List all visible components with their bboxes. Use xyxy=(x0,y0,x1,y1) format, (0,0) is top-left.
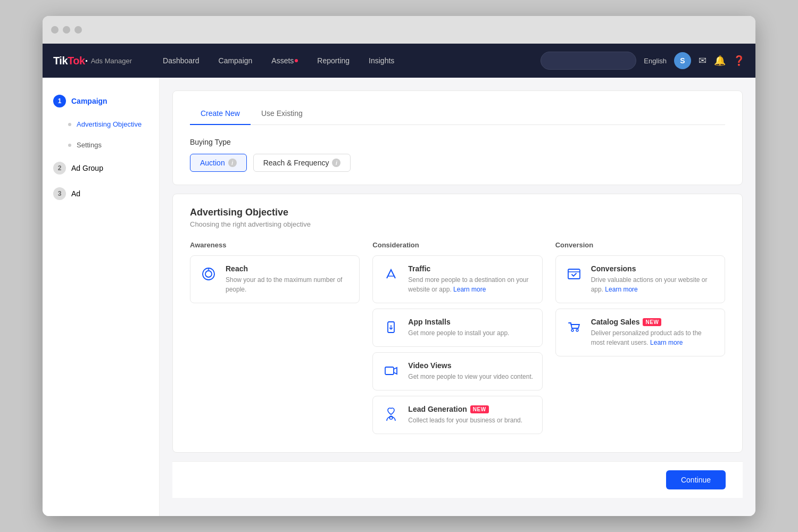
conversions-label: Conversions xyxy=(591,264,636,273)
logo-ads-manager: Ads Manager xyxy=(91,57,132,65)
rf-info-icon[interactable]: i xyxy=(332,159,340,167)
adv-obj-title: Advertising Objective xyxy=(190,207,725,218)
nav-right: English S ✉ 🔔 ❓ xyxy=(541,52,745,70)
svg-rect-5 xyxy=(568,269,580,279)
reach-icon xyxy=(199,264,218,284)
app-installs-icon xyxy=(381,318,401,337)
card-traffic[interactable]: Traffic Send more people to a destinatio… xyxy=(372,255,542,303)
app-installs-desc: Get more people to install your app. xyxy=(408,328,533,338)
sidebar-item-settings[interactable]: Settings xyxy=(43,135,159,155)
lead-gen-icon xyxy=(381,405,401,424)
catalog-sales-content: Catalog Sales NEW Deliver personalized p… xyxy=(591,318,716,347)
sidebar-adv-obj-label: Advertising Objective xyxy=(77,120,142,128)
tab-use-existing[interactable]: Use Existing xyxy=(251,104,313,125)
svg-point-1 xyxy=(205,271,212,277)
conversions-icon xyxy=(564,264,584,284)
traffic-learn-more[interactable]: Learn more xyxy=(453,286,486,293)
mail-icon[interactable]: ✉ xyxy=(699,55,706,66)
buying-btn-auction-label: Auction xyxy=(200,159,225,167)
nav-campaign[interactable]: Campaign xyxy=(209,44,262,78)
app-installs-title: App Installs xyxy=(408,318,533,326)
sidebar-dot-adv xyxy=(68,123,71,126)
content-area: Create New Use Existing Buying Type Auct… xyxy=(160,78,755,516)
nav-insights[interactable]: Insights xyxy=(359,44,404,78)
conversion-column: Conversion xyxy=(555,241,725,439)
traffic-card-title: Traffic xyxy=(408,264,533,273)
consideration-header: Consideration xyxy=(372,241,542,249)
card-video-views[interactable]: Video Views Get more people to view your… xyxy=(372,352,542,390)
catalog-sales-label: Catalog Sales xyxy=(591,318,640,326)
sidebar-item-advertising-objective[interactable]: Advertising Objective xyxy=(43,114,159,135)
reach-card-content: Reach Show your ad to the maximum number… xyxy=(226,264,351,294)
conversions-desc: Drive valuable actions on your website o… xyxy=(591,275,716,294)
traffic-icon xyxy=(381,264,401,284)
conversions-learn-more[interactable]: Learn more xyxy=(605,286,637,293)
lead-gen-title: Lead Generation NEW xyxy=(408,405,533,413)
nav-dashboard[interactable]: Dashboard xyxy=(153,44,209,78)
card-catalog-sales[interactable]: Catalog Sales NEW Deliver personalized p… xyxy=(555,309,725,356)
video-views-label: Video Views xyxy=(408,361,451,370)
nav-links: Dashboard Campaign Assets Reporting Insi… xyxy=(153,44,541,78)
assets-dot-indicator xyxy=(295,59,298,62)
catalog-sales-icon xyxy=(564,318,584,337)
lead-gen-desc: Collect leads for your business or brand… xyxy=(408,415,533,425)
card-app-installs[interactable]: App Installs Get more people to install … xyxy=(372,309,542,347)
catalog-sales-learn-more[interactable]: Learn more xyxy=(650,339,683,346)
browser-dot-red xyxy=(51,26,59,34)
reach-label: Reach xyxy=(226,264,248,273)
card-reach[interactable]: Reach Show your ad to the maximum number… xyxy=(190,255,360,303)
buying-btn-auction[interactable]: Auction i xyxy=(190,154,247,172)
auction-info-icon[interactable]: i xyxy=(228,159,237,167)
video-views-icon xyxy=(381,361,401,380)
sidebar-item-ad-group[interactable]: 2 Ad Group xyxy=(43,155,159,181)
sidebar-dot-settings xyxy=(68,144,71,147)
card-conversions[interactable]: Conversions Drive valuable actions on yo… xyxy=(555,255,725,303)
step-circle-2: 2 xyxy=(53,162,66,174)
lead-gen-content: Lead Generation NEW Collect leads for yo… xyxy=(408,405,533,425)
reach-card-title: Reach xyxy=(226,264,351,273)
awareness-column: Awareness xyxy=(190,241,360,439)
top-nav: TikTok· Ads Manager Dashboard Campaign A… xyxy=(43,44,755,78)
help-icon[interactable]: ❓ xyxy=(733,55,745,66)
buying-type-buttons: Auction i Reach & Frequency i xyxy=(190,154,725,172)
step-circle-3: 3 xyxy=(53,187,66,200)
buying-btn-rf-label: Reach & Frequency xyxy=(263,159,329,167)
tab-create-new[interactable]: Create New xyxy=(190,104,251,125)
traffic-card-desc: Send more people to a destination on you… xyxy=(408,275,533,294)
awareness-header: Awareness xyxy=(190,241,360,249)
sidebar-ad-label: Ad xyxy=(71,189,80,198)
nav-language[interactable]: English xyxy=(644,57,667,65)
panel-buying-type: Create New Use Existing Buying Type Auct… xyxy=(172,90,743,185)
app-installs-content: App Installs Get more people to install … xyxy=(408,318,533,338)
buying-btn-reach-frequency[interactable]: Reach & Frequency i xyxy=(253,154,351,172)
conversions-title: Conversions xyxy=(591,264,716,273)
sidebar: 1 Campaign Advertising Objective Setting… xyxy=(43,78,160,516)
browser-titlebar xyxy=(43,16,755,44)
sidebar-settings-label: Settings xyxy=(77,141,102,149)
conversion-header: Conversion xyxy=(555,241,725,249)
consideration-column: Consideration xyxy=(372,241,542,439)
nav-assets-label: Assets xyxy=(271,56,294,65)
card-lead-generation[interactable]: Lead Generation NEW Collect leads for yo… xyxy=(372,396,542,434)
svg-point-0 xyxy=(203,268,214,280)
sidebar-campaign-label: Campaign xyxy=(71,97,107,105)
svg-rect-3 xyxy=(385,367,394,375)
bell-icon[interactable]: 🔔 xyxy=(714,55,726,66)
nav-search-box[interactable] xyxy=(541,52,636,70)
lead-gen-new-badge: NEW xyxy=(470,405,489,413)
nav-reporting[interactable]: Reporting xyxy=(307,44,359,78)
sidebar-ad-group-label: Ad Group xyxy=(71,164,103,172)
continue-button[interactable]: Continue xyxy=(666,470,726,489)
traffic-label: Traffic xyxy=(408,264,430,273)
svg-point-6 xyxy=(571,329,573,331)
catalog-sales-new-badge: NEW xyxy=(643,318,661,326)
catalog-sales-title: Catalog Sales NEW xyxy=(591,318,716,326)
main-layout: 1 Campaign Advertising Objective Setting… xyxy=(43,78,755,516)
video-views-desc: Get more people to view your video conte… xyxy=(408,372,533,381)
sidebar-item-ad[interactable]: 3 Ad xyxy=(43,181,159,206)
reach-card-desc: Show your ad to the maximum number of pe… xyxy=(226,275,351,294)
sidebar-item-campaign[interactable]: 1 Campaign xyxy=(43,88,159,114)
video-views-title: Video Views xyxy=(408,361,533,370)
browser-dot-green xyxy=(74,26,82,34)
nav-assets[interactable]: Assets xyxy=(262,44,307,78)
